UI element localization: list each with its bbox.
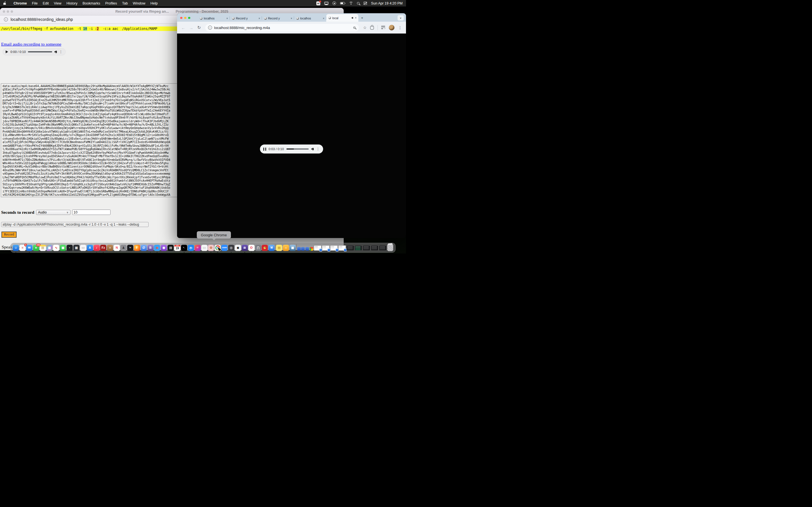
dock-item-finder[interactable]: ☺ [13, 245, 19, 251]
dock-item-notes[interactable]: ▤ [40, 245, 46, 251]
dock-item-minimized-window-3[interactable] [330, 245, 338, 251]
audio-seek-bar[interactable] [287, 149, 309, 150]
minimize-button[interactable] [184, 17, 186, 19]
dock-item-robot-app[interactable]: ♟ [120, 245, 126, 251]
tab-localhos-3[interactable]: localhos× [294, 15, 326, 22]
dock-item-firefox[interactable]: F [134, 245, 140, 251]
dock-item-zoom[interactable]: zoom [221, 245, 227, 251]
dock-item-music[interactable]: ♪ [94, 245, 100, 251]
dock-item-paint-palette-app[interactable]: ✿ [208, 245, 214, 251]
dock-item-bulb-app[interactable]: ☼ [283, 245, 289, 251]
dock-item-gitkraken[interactable]: ☠ [242, 245, 248, 251]
dock-item-gauge-app[interactable]: ◔ [262, 245, 268, 251]
extensions-icon[interactable] [370, 26, 374, 30]
afplay-command-input[interactable]: afplay -d /Applications/MAMP/htdocs/mic_… [1, 222, 149, 227]
front-browser-window[interactable]: localhos×Record y×Record y×localhos×loca… [177, 13, 406, 238]
zoom-out-icon[interactable] [353, 26, 356, 29]
dock-item-mini-chrome[interactable] [310, 247, 313, 251]
control-center-icon[interactable] [363, 2, 367, 5]
menu-item-profiles[interactable]: Profiles [103, 1, 119, 5]
menu-item-edit[interactable]: Edit [40, 1, 51, 5]
audio-seek-bar[interactable] [28, 51, 52, 52]
dock-item-minimized-window-1[interactable] [314, 245, 321, 251]
tab-record-y-1[interactable]: Record y× [230, 15, 262, 22]
bookmark-star-icon[interactable]: ☆ [362, 25, 368, 30]
tab-localhos-0[interactable]: localhos× [198, 15, 230, 22]
forward-icon[interactable]: → [188, 25, 195, 30]
media-type-select[interactable]: Audio∨ [36, 210, 70, 215]
reload-icon[interactable]: ↻ [196, 25, 202, 30]
dock-item-opera[interactable]: O [248, 245, 255, 251]
apple-logo-icon[interactable] [3, 1, 7, 5]
omnibox[interactable]: i localhost:8888/mic_recording.m4a [205, 24, 359, 32]
dock-item-facetime[interactable]: ▣ [60, 245, 66, 251]
dock-item-calendar[interactable]: 19APR [174, 245, 181, 251]
dock-item-apple-tv[interactable]: tv [127, 245, 133, 251]
back-url-text[interactable]: localhost:8888/recording_ideas.php [11, 17, 73, 22]
dock-item-terminal-utility[interactable]: ▪ [66, 245, 73, 251]
dock-item-letter-b-app[interactable]: B [147, 245, 154, 251]
email-recording-link[interactable]: Email audio recording to someone [1, 42, 61, 47]
media-controls-icon[interactable]: ♪ [381, 26, 386, 29]
wifi-icon[interactable] [349, 2, 353, 5]
play-circle-icon[interactable] [333, 1, 336, 5]
dock-item-blocked-blue-app[interactable]: ∅ [141, 245, 147, 251]
tab-close-icon[interactable]: × [259, 17, 260, 20]
dock-item-activity-chart-app[interactable]: ∿ [53, 245, 59, 251]
dock-item-document-2[interactable]: ▭ [201, 245, 207, 251]
dock-item-trash[interactable] [387, 244, 393, 251]
dock-item-photos-window[interactable]: ▣ [290, 245, 296, 251]
dock-item-minimized-window-4[interactable] [338, 245, 346, 251]
tab-close-icon[interactable]: × [226, 17, 228, 20]
dock-item-dark-circles-app[interactable]: ◎ [228, 245, 234, 251]
dock-item-text-document[interactable]: ▭ [80, 245, 86, 251]
dock-item-messages[interactable]: ●208 [33, 245, 39, 251]
search-icon[interactable] [357, 2, 359, 4]
tab-local-4[interactable]: local× [326, 14, 358, 22]
mute-button[interactable] [311, 148, 314, 151]
new-tab-button[interactable]: + [361, 16, 363, 20]
menu-app-name[interactable]: Chrome [11, 1, 29, 5]
dock-item-reminders[interactable]: ≡3 [19, 245, 26, 251]
tab-search-button[interactable]: ∨ [398, 15, 404, 20]
menu-item-tab[interactable]: Tab [119, 1, 130, 5]
profile-avatar[interactable] [389, 25, 395, 31]
keyboard-window-icon[interactable] [324, 2, 328, 5]
battery-icon[interactable] [340, 2, 345, 4]
dock-item-contacts[interactable]: ≡ [107, 245, 113, 251]
dock-item-mini-doc-3[interactable] [305, 247, 309, 251]
dock-item-podcasts[interactable]: ◉ [161, 245, 167, 251]
front-url-text[interactable]: localhost:8888/mic_recording.m4a [214, 25, 351, 30]
dock-item-news[interactable]: N [114, 245, 120, 251]
dock-item-xcode[interactable]: ⚒ [268, 245, 274, 251]
menu-item-bookmarks[interactable]: Bookmarks [80, 1, 103, 5]
dock-item-terminal-2[interactable]: ▤ [167, 245, 174, 251]
dock-item-tooth-app[interactable]: ⋂ [255, 245, 261, 251]
menu-item-file[interactable]: File [29, 1, 40, 5]
tab-record-y-2[interactable]: Record y× [262, 15, 294, 22]
tab-close-icon[interactable]: × [355, 16, 357, 19]
dock-item-mail[interactable]: ✉ [26, 245, 33, 251]
menu-item-view[interactable]: View [51, 1, 64, 5]
mamp-menu-icon[interactable]: m [316, 1, 320, 5]
dock-item-inkscape[interactable]: ◆ [235, 245, 241, 251]
dock-item-safari[interactable]: ◈ [154, 245, 160, 251]
back-icon[interactable]: ← [180, 25, 187, 30]
dock-item-minimized-terminal-5[interactable] [379, 245, 387, 251]
tab-audio-icon[interactable] [351, 17, 353, 18]
dock-item-keypad-app[interactable]: ▦ [73, 245, 80, 251]
seconds-input[interactable]: 10 [72, 210, 110, 215]
menu-item-window[interactable]: Window [130, 1, 148, 5]
dock-item-minimized-terminal-2[interactable] [354, 245, 362, 251]
pause-icon[interactable] [263, 148, 266, 151]
dock-item-app-store[interactable]: A [87, 245, 93, 251]
dock-item-intellij-idea[interactable]: IJ [195, 245, 201, 251]
dock-item-quicktime[interactable]: Q [188, 245, 194, 251]
record-button[interactable]: Record [2, 232, 16, 237]
play-icon[interactable] [6, 50, 8, 53]
site-info-icon[interactable]: i [4, 17, 8, 21]
dock-item-stickies[interactable]: ▤ [276, 245, 282, 251]
dock-item-minimized-window-2[interactable] [322, 245, 329, 251]
dock-item-mini-doc-2[interactable] [301, 247, 305, 251]
tab-close-icon[interactable]: × [323, 17, 324, 20]
